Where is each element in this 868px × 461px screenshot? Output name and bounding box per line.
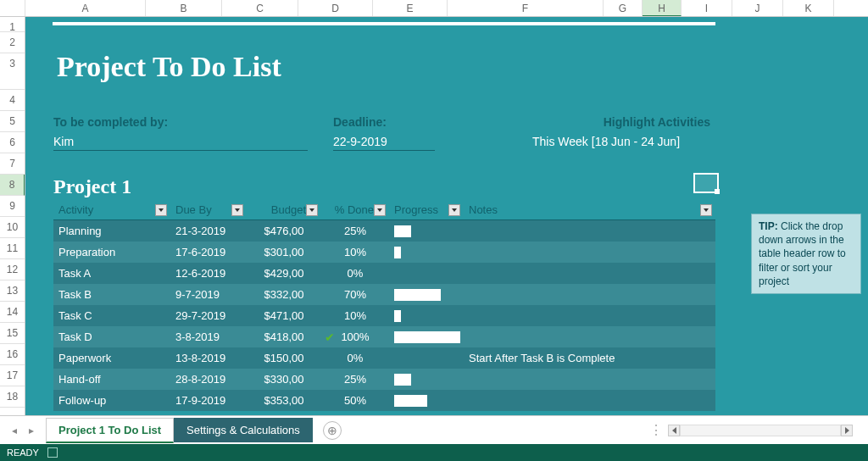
add-sheet-button[interactable]: ⊕ [323,421,342,440]
cell-dueby[interactable]: 3-8-2019 [170,330,247,343]
cell-dueby[interactable]: 13-8-2019 [170,352,247,364]
col-notes[interactable]: Notes [464,203,715,216]
cell-pdone[interactable]: ✔100% [321,330,389,343]
col-header-A[interactable]: A [25,0,146,16]
cell-progress[interactable] [389,395,464,407]
col-header-K[interactable]: K [783,0,834,16]
cell-budget[interactable]: $332,00 [247,288,321,301]
row-header-16[interactable]: 16 [0,344,25,365]
macro-icon[interactable] [47,447,58,458]
row-header-7[interactable]: 7 [0,153,25,175]
filter-budget[interactable] [306,204,318,216]
cell-activity[interactable]: Hand-off [53,373,170,386]
col-progress[interactable]: Progress [389,203,464,216]
table-row[interactable]: Paperwork13-8-2019$150,000%Start After T… [53,347,715,369]
cell-dueby[interactable]: 21-3-2019 [170,225,247,237]
cell-activity[interactable]: Paperwork [53,352,170,364]
cell-dueby[interactable]: 28-8-2019 [170,373,247,386]
table-row[interactable]: Task D3-8-2019$418,00✔100% [53,326,715,347]
row-header-2[interactable]: 2 [0,32,25,53]
col-activity[interactable]: Activity [53,203,170,216]
cell-budget[interactable]: $301,00 [247,246,321,258]
deadline-value[interactable]: 22-9-2019 [333,135,435,151]
tab-project1[interactable]: Project 1 To Do List [46,418,174,443]
col-dueby[interactable]: Due By [170,203,247,216]
table-row[interactable]: Task C29-7-2019$471,0010% [53,305,715,326]
col-budget[interactable]: Budget [247,203,321,216]
col-header-E[interactable]: E [373,0,448,16]
filter-activity[interactable] [155,204,167,216]
tab-nav-first[interactable]: ◂ [12,425,17,436]
filter-pdone[interactable] [374,204,386,216]
row-header-9[interactable]: 9 [0,196,25,217]
col-header-F[interactable]: F [448,0,604,16]
cell-activity[interactable]: Follow-up [53,394,170,407]
cell-budget[interactable]: $353,00 [247,394,321,407]
cell-activity[interactable]: Task B [53,288,170,301]
cell-progress[interactable] [389,374,464,386]
filter-notes[interactable] [700,204,712,216]
cell-progress[interactable] [389,268,464,280]
cell-pdone[interactable]: 0% [321,267,389,280]
cell-pdone[interactable]: 25% [321,225,389,237]
cell-progress[interactable] [389,247,464,258]
row-header-4[interactable]: 4 [0,90,25,111]
fill-handle[interactable] [715,189,720,194]
col-header-G[interactable]: G [604,0,643,16]
table-row[interactable]: Task A12-6-2019$429,000% [53,263,715,284]
row-header-8[interactable]: 8 [0,175,25,196]
highlight-value[interactable]: This Week [18 Jun - 24 Jun] [532,135,680,148]
scroll-left[interactable] [668,425,680,436]
worksheet[interactable]: Project To Do List To be completed by: K… [25,17,868,415]
col-header-H[interactable]: H [643,0,682,16]
table-row[interactable]: Preparation17-6-2019$301,0010% [53,242,715,263]
col-header-B[interactable]: B [146,0,222,16]
table-row[interactable]: Planning21-3-2019$476,0025% [53,220,715,242]
row-header-18[interactable]: 18 [0,386,25,408]
cell-budget[interactable]: $418,00 [247,330,321,343]
tab-settings[interactable]: Settings & Calculations [174,418,313,442]
row-header-17[interactable]: 17 [0,365,25,386]
cell-pdone[interactable]: 50% [321,394,389,407]
cell-budget[interactable]: $429,00 [247,267,321,280]
row-header-1[interactable]: 1 [0,17,25,32]
row-header-5[interactable]: 5 [0,111,25,132]
table-row[interactable]: Hand-off28-8-2019$330,0025% [53,369,715,390]
cell-dueby[interactable]: 17-6-2019 [170,246,247,258]
cell-notes[interactable]: Start After Task B is Complete [464,352,715,364]
cell-activity[interactable]: Task C [53,309,170,322]
cell-progress[interactable] [389,331,464,343]
cell-dueby[interactable]: 9-7-2019 [170,288,247,301]
cell-pdone[interactable]: 10% [321,309,389,322]
scroll-track[interactable] [680,425,841,436]
selected-cell[interactable] [693,173,719,193]
cell-budget[interactable]: $330,00 [247,373,321,386]
cell-pdone[interactable]: 70% [321,288,389,301]
cell-activity[interactable]: Task A [53,267,170,280]
col-header-C[interactable]: C [222,0,298,16]
filter-dueby[interactable] [231,204,243,216]
cell-activity[interactable]: Planning [53,225,170,237]
cell-budget[interactable]: $471,00 [247,309,321,322]
row-header-15[interactable]: 15 [0,323,25,344]
row-header-6[interactable]: 6 [0,132,25,153]
cell-pdone[interactable]: 0% [321,352,389,364]
horizontal-scrollbar[interactable]: ⋮ [649,425,853,436]
cell-budget[interactable]: $150,00 [247,352,321,364]
scroll-right[interactable] [841,425,853,436]
col-header-J[interactable]: J [732,0,783,16]
cell-activity[interactable]: Preparation [53,246,170,258]
cell-pdone[interactable]: 10% [321,246,389,258]
table-row[interactable]: Follow-up17-9-2019$353,0050% [53,390,715,411]
cell-pdone[interactable]: 25% [321,373,389,386]
col-pdone[interactable]: % Done [321,203,389,216]
cell-budget[interactable]: $476,00 [247,225,321,237]
col-header-D[interactable]: D [298,0,373,16]
row-header-12[interactable]: 12 [0,259,25,280]
cell-dueby[interactable]: 17-9-2019 [170,394,247,407]
select-all-corner[interactable] [0,0,25,16]
cell-dueby[interactable]: 12-6-2019 [170,267,247,280]
cell-activity[interactable]: Task D [53,330,170,343]
row-header-11[interactable]: 11 [0,238,25,259]
row-header-14[interactable]: 14 [0,302,25,323]
